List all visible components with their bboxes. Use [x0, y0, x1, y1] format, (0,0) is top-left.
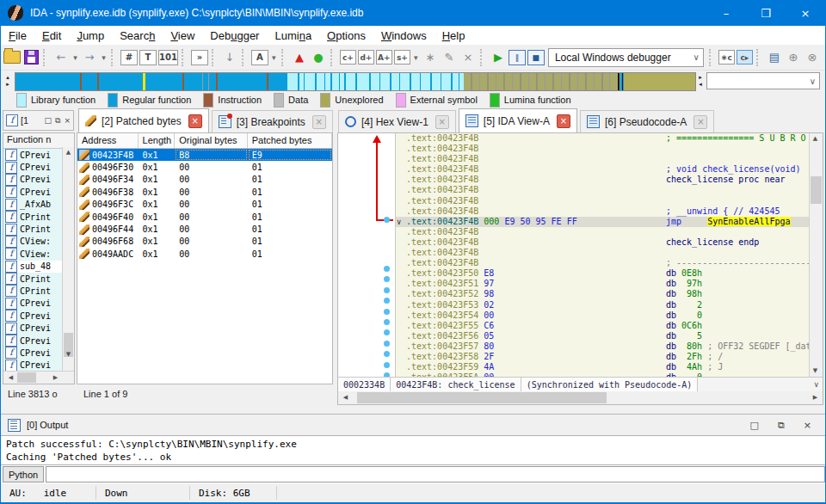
menu-jump[interactable]: Jump: [69, 28, 112, 44]
functions-horizontal-scrollbar[interactable]: ◀ ▶: [3, 371, 74, 384]
listing-line[interactable]: .text:00423F4Bcheck_license endp: [396, 237, 811, 248]
delete-function-icon[interactable]: ×: [459, 49, 477, 66]
maximize-button[interactable]: ❒: [746, 0, 786, 26]
menu-windows[interactable]: Windows: [373, 28, 435, 44]
menu-view[interactable]: View: [163, 28, 202, 44]
listing-line[interactable]: .text:00423F56 05db 5: [396, 331, 811, 341]
scrollbar-thumb[interactable]: [811, 176, 822, 204]
listing-line[interactable]: .text:00423F4B: [396, 185, 811, 195]
listing-line[interactable]: .text:00423F4B: [396, 196, 811, 206]
listing-line[interactable]: .text:00423F55 C6db 0C6h: [396, 321, 811, 331]
plugin-icon[interactable]: ∗: [422, 49, 439, 66]
listing-line[interactable]: .text:00423F4B: [396, 154, 811, 164]
scroll-up-icon[interactable]: ▲: [63, 147, 74, 158]
scroll-down-icon[interactable]: ▼: [810, 366, 821, 377]
listing-line[interactable]: .text:00423F4B: [396, 144, 811, 154]
breakpoint-list-icon[interactable]: ▤: [766, 49, 783, 66]
navigation-band[interactable]: [15, 72, 696, 91]
search-binary-icon[interactable]: #: [120, 50, 138, 65]
make-code-icon[interactable]: c+: [340, 50, 356, 65]
names-dropdown-icon[interactable]: ▾: [270, 49, 278, 66]
save-file-icon[interactable]: [22, 49, 40, 66]
tab-close-icon[interactable]: ×: [557, 114, 570, 128]
column-header-length[interactable]: Length: [139, 133, 176, 148]
table-row[interactable]: 00423F4B0x1B8E9: [77, 149, 332, 161]
listing-line[interactable]: .text:00423F54 00db 0: [396, 310, 811, 321]
delete-tool-icon[interactable]: ⊗: [804, 49, 821, 66]
make-name-icon[interactable]: A+: [376, 50, 392, 65]
output-log[interactable]: Patch successful: C:\synplcty\BIN\MBIN\s…: [1, 435, 826, 465]
scrollbar-thumb[interactable]: [357, 392, 607, 403]
listing-line[interactable]: ∨.text:00423F4B 000 E9 50 95 FE FFjmp Sy…: [396, 217, 811, 227]
column-header-address[interactable]: Address: [77, 133, 139, 148]
names-icon[interactable]: A: [251, 50, 268, 65]
table-row[interactable]: 00496F340x10001: [77, 174, 332, 186]
scroll-up-icon[interactable]: ▲: [810, 133, 821, 144]
listing-line[interactable]: .text:00423F50 E8db 0E8h: [396, 268, 811, 279]
produce-c-icon[interactable]: ∗c: [718, 50, 735, 65]
listing-vertical-scrollbar[interactable]: ▲ ▼: [809, 133, 823, 377]
scroll-left-icon[interactable]: ◀: [340, 392, 351, 403]
listing-horizontal-scrollbar[interactable]: ◀ ▶: [338, 391, 823, 404]
listing-line[interactable]: .text:00423F57 80db 80h ; OFF32 SEGDEF […: [396, 341, 811, 352]
python-cli-button[interactable]: Python: [3, 466, 44, 482]
jump-down-icon[interactable]: ↓: [221, 49, 238, 66]
make-data-icon[interactable]: d+: [358, 50, 374, 65]
table-row[interactable]: 00496F380x10001: [77, 186, 332, 198]
problems-icon[interactable]: ▲: [291, 49, 308, 66]
python-cli-input[interactable]: [46, 466, 825, 482]
output-caption[interactable]: [0] Output □ ⧉ ×: [1, 415, 826, 435]
tab--2-patched-bytes[interactable]: [2] Patched bytes×: [78, 108, 209, 132]
tab-close-icon[interactable]: ×: [312, 115, 326, 129]
dock-float-icon[interactable]: ⧉: [55, 116, 60, 126]
scroll-right-icon[interactable]: ▶: [810, 392, 821, 403]
dock-maximize-icon[interactable]: □: [45, 116, 52, 125]
tab--5-ida-view-a[interactable]: [5] IDA View-A×: [459, 108, 577, 132]
menu-debugger[interactable]: Debugger: [202, 28, 267, 44]
listing-line[interactable]: .text:00423F4B; __unwind { // 424545: [396, 206, 811, 217]
tab--6-pseudocode-a[interactable]: [6] Pseudocode-A×: [580, 110, 714, 132]
scroll-down-icon[interactable]: ▼: [63, 349, 74, 360]
title-bar[interactable]: IDA - synplify.exe.idb (synplify.exe) C:…: [1, 0, 825, 26]
listing-line[interactable]: .text:00423F51 97db 97h: [396, 279, 811, 289]
scrollbar-thumb[interactable]: [17, 372, 36, 383]
column-header-patched-bytes[interactable]: Patched bytes: [248, 133, 332, 148]
scroll-left-icon[interactable]: ◀: [5, 372, 16, 384]
minimize-button[interactable]: –: [706, 0, 746, 26]
more-dropdown-icon[interactable]: ▾: [412, 49, 420, 66]
menu-search[interactable]: Search: [112, 28, 163, 44]
listing-line[interactable]: .text:00423F4Bcheck_license proc near: [396, 175, 811, 185]
tab--3-breakpoints[interactable]: [3] Breakpoints×: [212, 110, 333, 132]
pseudocode-sync-icon[interactable]: c▸: [737, 50, 753, 65]
column-header-original-bytes[interactable]: Original bytes: [175, 133, 247, 148]
dock-close-icon[interactable]: ×: [804, 420, 811, 431]
tab-close-icon[interactable]: ×: [188, 114, 202, 128]
search-values-icon[interactable]: 101: [158, 50, 178, 65]
scroll-right-icon[interactable]: ▶: [50, 372, 61, 384]
collapse-arrow-icon[interactable]: ∨: [397, 217, 401, 227]
forward-dropdown-icon[interactable]: ▾: [100, 49, 108, 66]
listing-line[interactable]: .text:00423F59 4Adb 4Ah ; J: [396, 362, 811, 372]
listing-line[interactable]: .text:00423F4B: [396, 227, 811, 237]
table-row[interactable]: 00496F300x10001: [77, 161, 332, 173]
band-right-arrows-icon[interactable]: ▸◂: [696, 72, 705, 89]
table-row[interactable]: 00496F440x10001: [77, 223, 332, 235]
disassembly-listing[interactable]: .text:00423F4B; =============== S U B R …: [395, 133, 811, 377]
back-dropdown-icon[interactable]: ▾: [71, 49, 79, 66]
chevron-down-icon[interactable]: ∨: [813, 380, 823, 389]
listing-line[interactable]: .text:00423F4B; =============== S U B R …: [396, 133, 811, 144]
listing-line[interactable]: .text:00423F53 02db 2: [396, 300, 811, 310]
tab-close-icon[interactable]: ×: [435, 115, 449, 129]
search-next-icon[interactable]: »: [191, 50, 208, 65]
table-header[interactable]: AddressLengthOriginal bytesPatched bytes: [77, 133, 332, 149]
menu-help[interactable]: Help: [435, 28, 473, 44]
listing-line[interactable]: .text:00423F4B: [396, 248, 811, 258]
back-icon[interactable]: ←: [52, 49, 70, 66]
menu-lumina[interactable]: Lumina: [267, 28, 319, 44]
menu-options[interactable]: Options: [319, 28, 373, 44]
pause-debugger-icon[interactable]: ‖: [509, 50, 526, 65]
table-row[interactable]: 0049AADC0x10001: [77, 248, 332, 260]
listing-line[interactable]: .text:00423F4B; ------------------------…: [396, 258, 811, 268]
listing-line[interactable]: .text:00423F58 2Fdb 2Fh ; /: [396, 352, 811, 362]
close-button[interactable]: ×: [786, 0, 825, 26]
